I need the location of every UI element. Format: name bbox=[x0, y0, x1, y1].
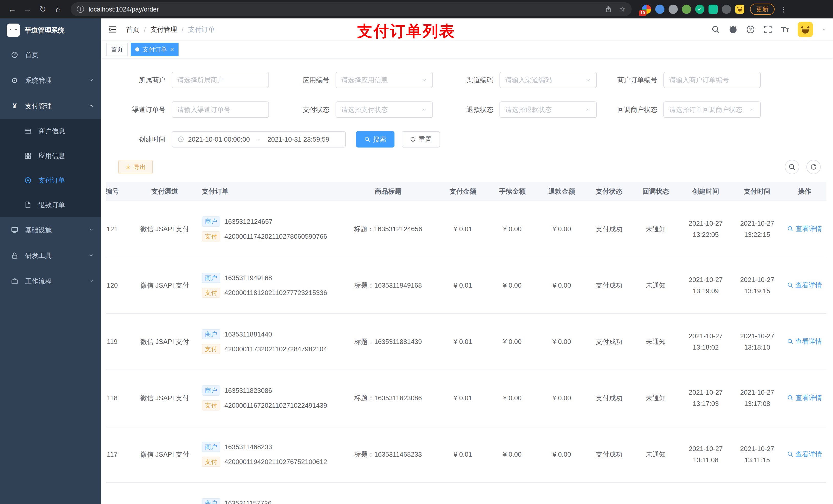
avatar-caret-icon[interactable] bbox=[822, 27, 827, 32]
channel-pay-no: 4200001174202110278060590766 bbox=[224, 233, 327, 240]
search-button[interactable]: 搜索 bbox=[356, 131, 395, 147]
cell-refund: ¥ 0.00 bbox=[537, 201, 587, 257]
callback-status-select[interactable]: 请选择订单回调商户状态 bbox=[663, 101, 761, 118]
sidebar-item-home[interactable]: 首页 bbox=[0, 42, 101, 68]
browser-profile-avatar[interactable] bbox=[735, 5, 744, 14]
breadcrumb-home[interactable]: 首页 bbox=[126, 25, 139, 34]
pay-tag: 支付 bbox=[202, 288, 220, 298]
cell-fee: ¥ 0.00 bbox=[488, 313, 537, 370]
table-row: 117 微信 JSAPI 支付 商户 1635311468233 支付 4200… bbox=[106, 426, 826, 482]
channel-order-no-input-field[interactable] bbox=[177, 106, 263, 114]
gear-icon bbox=[10, 77, 19, 84]
merchant-order-no: 1635311157736 bbox=[224, 499, 271, 504]
filter-label: 支付状态 bbox=[282, 105, 336, 114]
table-row: 119 微信 JSAPI 支付 商户 1635311881440 支付 4200… bbox=[106, 313, 826, 370]
sidebar-item-merchant-info[interactable]: 商户信息 bbox=[0, 119, 101, 143]
tab-home[interactable]: 首页 bbox=[106, 43, 127, 56]
cell-refund bbox=[537, 482, 587, 504]
refund-status-select[interactable]: 请选择退款状态 bbox=[499, 101, 597, 118]
view-detail-link[interactable]: 查看详情 bbox=[787, 224, 822, 233]
merchant-tag: 商户 bbox=[202, 273, 220, 283]
cell-paid-time: 2021-10-2713:22:15 bbox=[732, 201, 783, 257]
browser-back-button[interactable]: ← bbox=[5, 2, 19, 16]
sidebar-item-payment[interactable]: ¥ 支付管理 bbox=[0, 93, 101, 119]
tab-pay-order[interactable]: 支付订单 × bbox=[130, 43, 178, 56]
toggle-search-icon[interactable] bbox=[785, 160, 799, 174]
view-detail-link[interactable]: 查看详情 bbox=[787, 450, 822, 459]
extension-icon-1[interactable]: 10 bbox=[642, 5, 651, 14]
view-detail-link[interactable]: 查看详情 bbox=[787, 337, 822, 346]
clock-icon bbox=[177, 136, 185, 143]
extensions-puzzle-icon[interactable] bbox=[722, 5, 731, 14]
sidebar-item-pay-order[interactable]: 支付订单 bbox=[0, 168, 101, 193]
browser-forward-button[interactable]: → bbox=[21, 2, 34, 16]
merchant-order-no-input-field[interactable] bbox=[669, 76, 755, 84]
site-info-icon[interactable]: i bbox=[77, 6, 84, 13]
cell-pay-status: 支付成功 bbox=[587, 426, 632, 482]
browser-menu-icon[interactable]: ⋮ bbox=[780, 5, 787, 14]
cell-action: 查看详情 bbox=[783, 482, 826, 504]
tab-close-icon[interactable]: × bbox=[170, 46, 174, 53]
sidebar-item-infra[interactable]: 基础设施 bbox=[0, 217, 101, 243]
cell-pay-status bbox=[587, 482, 632, 504]
app-no-select[interactable]: 请选择应用信息 bbox=[336, 72, 433, 88]
target-icon bbox=[24, 177, 32, 184]
channel-order-no-input[interactable] bbox=[172, 101, 269, 118]
cell-amount: ¥ 0.01 bbox=[438, 257, 488, 313]
sidebar-item-refund-order[interactable]: 退款订单 bbox=[0, 193, 101, 217]
refresh-table-icon[interactable] bbox=[806, 160, 821, 174]
export-button[interactable]: 导出 bbox=[118, 160, 153, 174]
extension-icon-5[interactable] bbox=[695, 5, 705, 14]
extension-icon-4[interactable] bbox=[682, 5, 691, 14]
pay-status-select[interactable]: 请选择支付状态 bbox=[336, 101, 433, 118]
sidebar-item-workflow[interactable]: 工作流程 bbox=[0, 268, 101, 294]
date-range-end[interactable]: 2021-10-31 23:59:59 bbox=[267, 136, 329, 143]
cell-id: 121 bbox=[106, 201, 133, 257]
select-placeholder: 请选择支付状态 bbox=[341, 105, 388, 114]
chevron-down-icon bbox=[585, 77, 591, 83]
col-fee: 手续金额 bbox=[488, 182, 537, 201]
cell-title: 标题：1635311823086 bbox=[338, 370, 438, 426]
sidebar-fold-icon[interactable] bbox=[108, 25, 117, 34]
browser-home-button[interactable]: ⌂ bbox=[51, 2, 65, 16]
user-avatar[interactable] bbox=[798, 22, 813, 37]
help-icon[interactable] bbox=[746, 25, 755, 34]
cell-title: 标题：1635312124656 bbox=[338, 201, 438, 257]
owner-merchant-input-field[interactable] bbox=[177, 76, 263, 84]
filter-label: 应用编号 bbox=[282, 75, 336, 85]
date-range-start[interactable]: 2021-10-01 00:00:00 bbox=[188, 136, 250, 143]
merchant-order-no-input[interactable] bbox=[663, 72, 761, 88]
extension-icon-2[interactable] bbox=[655, 5, 664, 14]
breadcrumb-payment[interactable]: 支付管理 bbox=[150, 25, 177, 34]
cell-pay-channel: 微信 JSAPI 支付 bbox=[133, 257, 197, 313]
cell-created-time: 2021-10-2713:19:09 bbox=[680, 257, 732, 313]
merchant-tag: 商户 bbox=[202, 329, 220, 339]
bookmark-star-icon[interactable]: ☆ bbox=[619, 5, 625, 14]
active-tab-dot bbox=[135, 47, 139, 51]
github-icon[interactable] bbox=[729, 25, 737, 34]
owner-merchant-input[interactable] bbox=[172, 72, 269, 88]
browser-reload-button[interactable]: ↻ bbox=[36, 2, 50, 16]
create-time-range-picker[interactable]: 2021-10-01 00:00:00 - 2021-10-31 23:59:5… bbox=[172, 131, 346, 147]
cell-paid-time: 2021-10-2713:18:10 bbox=[732, 313, 783, 370]
url-text[interactable]: localhost:1024/pay/order bbox=[89, 6, 159, 13]
channel-code-select[interactable]: 请输入渠道编码 bbox=[499, 72, 597, 88]
search-icon[interactable] bbox=[711, 25, 720, 34]
sidebar-item-system[interactable]: 系统管理 bbox=[0, 68, 101, 93]
view-detail-link[interactable]: 查看详情 bbox=[787, 281, 822, 290]
extension-icon-3[interactable] bbox=[669, 5, 678, 14]
share-icon[interactable] bbox=[605, 6, 612, 13]
merchant-order-no: 1635311823086 bbox=[224, 387, 272, 394]
sidebar-item-app-info[interactable]: 应用信息 bbox=[0, 143, 101, 168]
filter-app-no: 应用编号 请选择应用信息 bbox=[282, 72, 433, 88]
address-bar[interactable]: i localhost:1024/pay/order ☆ bbox=[71, 2, 632, 16]
browser-update-button[interactable]: 更新 bbox=[750, 4, 775, 15]
reset-button[interactable]: 重置 bbox=[402, 131, 440, 147]
extension-icon-6[interactable] bbox=[709, 5, 718, 14]
cell-id: 117 bbox=[106, 426, 133, 482]
font-size-icon[interactable]: TT bbox=[781, 25, 789, 34]
cell-pay-order: 商户 1635311949168 支付 42000011812021102777… bbox=[197, 257, 338, 313]
view-detail-link[interactable]: 查看详情 bbox=[787, 393, 822, 402]
sidebar-item-devtools[interactable]: 研发工具 bbox=[0, 243, 101, 268]
fullscreen-icon[interactable] bbox=[764, 25, 772, 34]
